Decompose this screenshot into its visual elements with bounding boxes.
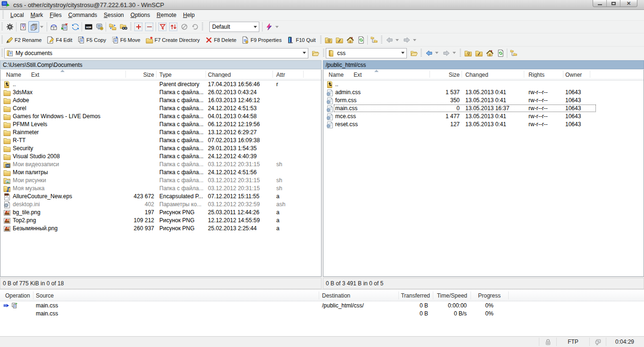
synchronize-button[interactable]: [107, 21, 118, 32]
local-tree-button[interactable]: [369, 34, 380, 46]
f2-rename-button[interactable]: F2 Rename: [4, 34, 45, 46]
toolbar-grip[interactable]: [459, 49, 462, 57]
remote-open-directory-button[interactable]: [408, 48, 419, 59]
remote-parent-directory-button[interactable]: [462, 48, 473, 59]
local-forward-caret[interactable]: [412, 34, 417, 46]
toolbar-grip[interactable]: [1, 23, 3, 31]
menu-item[interactable]: Remote: [153, 10, 180, 20]
session-cell[interactable]: [590, 338, 606, 346]
file-row[interactable]: Мои палитры Папка с файла... 24.12.2012 …: [0, 169, 321, 177]
duplicate-session-button[interactable]: [59, 21, 70, 32]
remote-directory-combo[interactable]: css: [326, 48, 407, 58]
file-row[interactable]: main.css 0 13.05.2013 16:37 rw-r--r-- 10…: [323, 105, 644, 113]
queue-header-time-speed[interactable]: Time/Speed: [420, 292, 467, 299]
clear-selection-button[interactable]: [179, 21, 190, 32]
remote-forward-caret[interactable]: [452, 48, 456, 59]
local-directory-combo[interactable]: My documents: [4, 48, 308, 58]
menu-item[interactable]: Local: [7, 10, 27, 20]
menu-item[interactable]: Help: [180, 10, 198, 20]
file-row[interactable]: Моя музыка Папка с файла... 03.12.2012 2…: [0, 185, 321, 193]
remote-forward-button[interactable]: [441, 48, 452, 59]
file-row[interactable]: Мои рисунки Папка с файла... 03.12.2012 …: [0, 177, 321, 185]
file-row[interactable]: .. Parent directory 17.04.2013 16:56:46 …: [0, 81, 321, 89]
file-row[interactable]: Visual Studio 2008 Папка с файла... 24.1…: [0, 153, 321, 161]
toolbar-grip[interactable]: [1, 49, 3, 57]
local-path-bar[interactable]: C:\Users\Still.Comp\Documents: [0, 60, 322, 69]
column-header-name[interactable]: Name: [6, 72, 21, 78]
column-header-type[interactable]: Type: [159, 72, 172, 78]
file-row[interactable]: 3dsMax Папка с файла... 26.02.2013 0:43:…: [0, 89, 321, 97]
menu-item[interactable]: Files: [46, 10, 65, 20]
toolbar-grip[interactable]: [201, 23, 204, 31]
file-row[interactable]: ..: [323, 81, 644, 89]
remote-tree-button[interactable]: [508, 48, 519, 59]
queue-header-destination[interactable]: Destination: [322, 292, 350, 299]
f9-properties-button[interactable]: F9 Properties: [240, 34, 285, 46]
session-dropdown-caret[interactable]: [39, 21, 44, 32]
local-home-directory-button[interactable]: [345, 34, 355, 46]
column-header-size[interactable]: Size: [429, 72, 460, 78]
toolbar-grip[interactable]: [380, 36, 383, 44]
local-directory-dropdown[interactable]: [301, 48, 308, 58]
select-files-button[interactable]: [133, 21, 144, 32]
column-header-name[interactable]: Name: [329, 72, 344, 78]
file-row[interactable]: PFMM Levels Папка с файла... 06.12.2012 …: [0, 121, 321, 129]
menu-item[interactable]: Session: [100, 10, 127, 20]
toolbar-grip[interactable]: [322, 49, 325, 57]
queue-row[interactable]: main.css 0 B 0 B/s 0%: [0, 310, 644, 318]
console-button[interactable]: [83, 21, 94, 32]
transfer-settings-dropdown[interactable]: [252, 22, 259, 32]
sort-button[interactable]: [168, 21, 179, 32]
column-header-attr[interactable]: Attr: [276, 72, 285, 78]
file-row[interactable]: Games for Windows - LIVE Demos Папка с ф…: [0, 113, 321, 121]
local-open-directory-button[interactable]: [310, 48, 321, 59]
new-session-button[interactable]: [48, 21, 59, 32]
unselect-files-button[interactable]: [144, 21, 155, 32]
queue-header-source[interactable]: Source: [36, 292, 54, 299]
f4-edit-button[interactable]: F4 Edit: [45, 34, 76, 46]
column-header-ext[interactable]: Ext: [354, 72, 362, 78]
remote-refresh-button[interactable]: [495, 48, 506, 59]
toolbar-grip[interactable]: [1, 36, 3, 44]
queue-header-operation[interactable]: Operation: [5, 292, 30, 299]
file-row[interactable]: mce.css 1 477 13.05.2013 0:41 rw-r--r-- …: [323, 113, 644, 121]
column-header-rights[interactable]: Rights: [528, 72, 545, 78]
preferences-button[interactable]: [4, 21, 15, 32]
file-row[interactable]: Adobe Папка с файла... 16.03.2013 12:46:…: [0, 97, 321, 105]
refresh-button[interactable]: [70, 21, 81, 32]
f8-delete-button[interactable]: F8 Delete: [204, 34, 240, 46]
f10-quit-button[interactable]: F10 Quit: [285, 34, 319, 46]
remote-back-button[interactable]: [423, 48, 434, 59]
restore-selection-button[interactable]: [190, 21, 200, 32]
encryption-cell[interactable]: [539, 338, 557, 346]
file-row[interactable]: form.css 350 13.05.2013 0:41 rw-r--r-- 1…: [323, 97, 644, 105]
column-header-size[interactable]: Size: [125, 72, 154, 78]
remote-back-caret[interactable]: [434, 48, 439, 59]
file-row[interactable]: desktop.ini 402 Параметры ко... 03.12.20…: [0, 201, 321, 209]
menu-item[interactable]: Options: [127, 10, 153, 20]
stored-sessions-button[interactable]: [17, 21, 28, 32]
toolbar-grip[interactable]: [320, 36, 322, 44]
local-back-caret[interactable]: [395, 34, 399, 46]
remote-directory-dropdown[interactable]: [399, 48, 406, 58]
toolbar-grip[interactable]: [420, 49, 422, 57]
explore-dropdown-caret[interactable]: [274, 21, 279, 32]
queue-row[interactable]: main.css /public_html/css/ 0 B 0:00:00 0…: [0, 302, 644, 310]
column-header-ext[interactable]: Ext: [31, 72, 39, 78]
f5-copy-button[interactable]: F5 Copy: [76, 34, 110, 46]
file-row[interactable]: Top2.png 109 212 Рисунок PNG 12.12.2012 …: [0, 217, 321, 225]
protocol-cell[interactable]: FTP: [557, 338, 590, 346]
maximize-button[interactable]: [607, 0, 620, 7]
file-row[interactable]: bg_tile.png 197 Рисунок PNG 25.03.2011 1…: [0, 209, 321, 217]
toolbar-grip[interactable]: [130, 23, 132, 31]
close-button[interactable]: ✕: [620, 0, 637, 7]
file-row[interactable]: AllureCouture_New.eps 423 672 Encapsulat…: [0, 193, 321, 201]
queue-header-progress[interactable]: Progress: [471, 292, 508, 299]
local-root-directory-button[interactable]: [334, 34, 345, 46]
remote-home-directory-button[interactable]: [484, 48, 495, 59]
minimize-button[interactable]: [593, 0, 607, 7]
filter-button[interactable]: [157, 21, 168, 32]
menu-item[interactable]: Commands: [65, 10, 100, 20]
menu-item[interactable]: Mark: [27, 10, 47, 20]
local-forward-button[interactable]: [401, 34, 412, 46]
